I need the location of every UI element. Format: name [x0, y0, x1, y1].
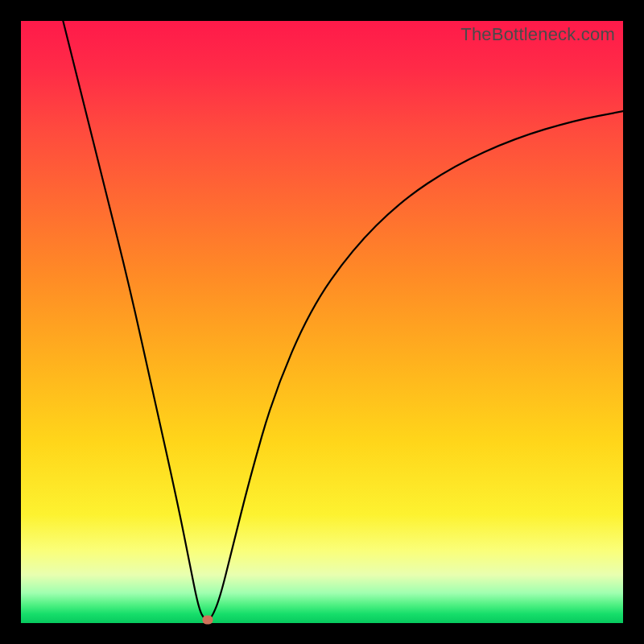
watermark-text: TheBottleneck.com	[460, 24, 615, 45]
optimum-marker-icon	[202, 616, 213, 625]
chart-area: TheBottleneck.com	[21, 21, 623, 623]
bottleneck-curve	[21, 21, 623, 623]
